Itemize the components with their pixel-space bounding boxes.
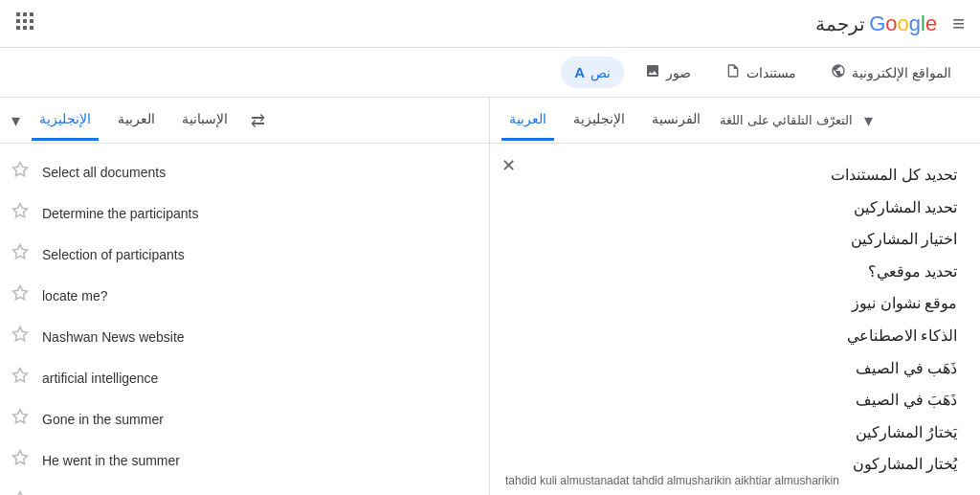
list-item[interactable]: locate me? [0,275,489,316]
translation-line-9: يَختارُ المشاركين [513,416,957,449]
translation-line-4: تحديد موقعي؟ [513,256,957,288]
mode-websites-label: المواقع الإلكترونية [852,65,951,80]
svg-rect-8 [30,26,33,30]
mode-text-label: نص [590,65,611,80]
mode-text-button[interactable]: A نص [561,56,624,88]
star-icon[interactable] [11,449,31,471]
svg-rect-0 [16,12,20,16]
translation-line-8: ذَهَبَ في الصيف [513,384,957,416]
documents-icon [725,63,741,81]
star-icon[interactable] [11,284,31,306]
logo: ترجمة Google [813,11,937,36]
source-lang-bar: ▾ الإنجليزية العربية الإسبانية ⇄ [0,98,490,143]
svg-rect-7 [23,26,27,30]
svg-marker-16 [13,451,28,464]
translation-line-6: الذكاء الاصطناعي [513,320,957,352]
star-icon[interactable] [11,243,31,265]
svg-rect-6 [16,26,20,30]
mode-websites-button[interactable]: المواقع الإلكترونية [817,56,965,89]
svg-marker-12 [13,286,28,300]
target-lang-bar: ▾ التعرّف التلقائي على اللغة الفرنسية ال… [490,98,980,143]
svg-rect-2 [30,12,33,16]
translation-line-1: تحديد كل المستندات [513,159,957,191]
star-icon[interactable] [11,202,31,224]
star-icon[interactable] [11,490,31,495]
history-item-text: Select all documents [42,165,166,180]
history-item-text: Selection of participants [42,247,185,262]
source-lang-tab-arabic[interactable]: العربية [110,100,163,141]
translation-line-7: ذَهَب في الصيف [513,352,957,385]
svg-rect-3 [16,19,20,23]
history-item-text: artificial intelligence [42,371,158,386]
target-lang-tab-french[interactable]: الفرنسية [644,100,708,141]
translation-line-2: تحديد المشاركين [513,191,957,224]
logo-arabic-text: ترجمة [815,12,865,35]
list-item[interactable]: Select all documents [0,151,489,192]
mode-documents-button[interactable]: مستندات [712,56,810,89]
list-item[interactable]: artificial intelligence [0,357,489,398]
header: ترجمة Google ≡ [0,0,980,48]
list-item[interactable]: Selects the participants [0,481,489,495]
source-lang-tab-spanish[interactable]: الإسبانية [174,100,235,141]
history-item-text: Gone in the summer [42,412,164,427]
detect-language-option[interactable]: التعرّف التلقائي على اللغة [720,113,853,127]
close-button[interactable]: ✕ [501,155,516,176]
star-icon[interactable] [11,326,31,348]
svg-marker-17 [13,492,28,496]
svg-rect-1 [23,12,27,16]
main-content: Select all documents Determine the parti… [0,144,980,495]
mode-bar: A نص صور مستندات المواقع الإلكترونية [0,48,980,98]
menu-icon[interactable]: ≡ [952,11,965,36]
svg-marker-13 [13,327,28,341]
target-lang-tab-arabic[interactable]: العربية [501,100,554,141]
star-icon[interactable] [11,408,31,430]
swap-languages-icon[interactable]: ⇄ [251,110,265,131]
translation-line-3: اختيار المشاركين [513,223,957,256]
logo-google-text: Google [869,11,937,36]
history-item-text: Nashwan News website [42,329,185,345]
history-item-text: locate me? [42,288,107,304]
svg-marker-15 [13,410,28,423]
list-item[interactable]: Gone in the summer [0,398,489,439]
grid-icon[interactable] [15,11,34,35]
svg-rect-5 [30,19,33,23]
language-bar: ▾ الإنجليزية العربية الإسبانية ⇄ ▾ التعر… [0,98,980,144]
star-icon[interactable] [11,367,31,389]
translation-panel: ✕ تحديد كل المستندات تحديد المشاركين اخت… [490,144,980,495]
text-icon: A [574,64,585,80]
star-icon[interactable] [11,161,31,183]
list-item[interactable]: He went in the summer [0,439,489,481]
translation-line-5: موقع نشوان نيوز [513,287,957,320]
transliteration-text: tahdid kuli almustanadat tahdid almushar… [505,474,965,487]
source-lang-chevron[interactable]: ▾ [11,110,20,131]
websites-icon [831,63,846,81]
svg-rect-4 [23,19,27,23]
history-item-text: Determine the participants [42,206,198,221]
images-icon [645,63,660,81]
target-lang-chevron[interactable]: ▾ [864,110,873,131]
history-item-text: He went in the summer [42,453,180,468]
close-icon[interactable]: ✕ [501,156,516,175]
mode-documents-label: مستندات [746,65,796,80]
source-lang-tab-english[interactable]: الإنجليزية [32,100,99,141]
svg-marker-14 [13,369,28,382]
target-lang-tab-english[interactable]: الإنجليزية [566,100,633,141]
history-list: Select all documents Determine the parti… [0,144,490,495]
list-item[interactable]: Determine the participants [0,192,489,234]
mode-images-button[interactable]: صور [632,56,704,89]
mode-images-label: صور [666,65,691,80]
svg-marker-10 [13,204,28,217]
svg-marker-11 [13,245,28,259]
list-item[interactable]: Selection of participants [0,234,489,275]
svg-marker-9 [13,163,28,176]
list-item[interactable]: Nashwan News website [0,316,489,357]
